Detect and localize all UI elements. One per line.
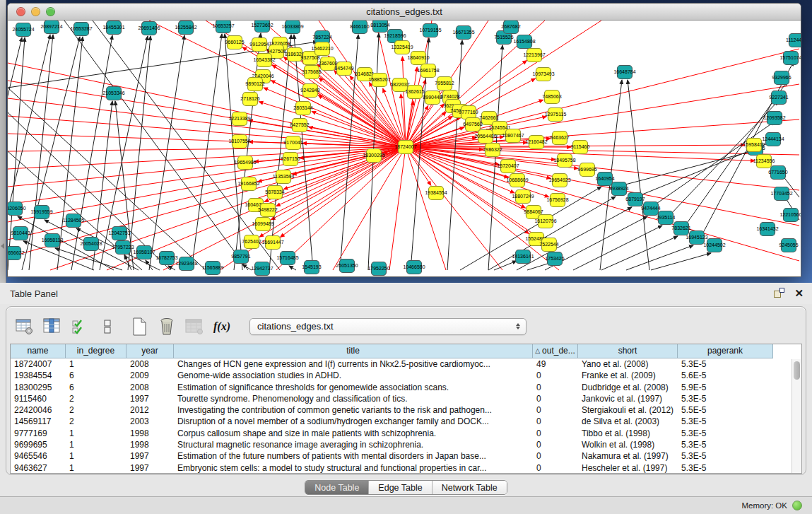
close-window-button[interactable] [16, 7, 25, 16]
node-label: 10688609 [506, 177, 528, 182]
table-cell: 5.3E-5 [678, 416, 773, 427]
table-row[interactable]: 1456911722003Disruption of a novel membe… [11, 416, 801, 427]
citation-edge[interactable] [8, 147, 406, 257]
delete-table-icon[interactable] [157, 317, 177, 336]
table-cell: de Silva et al. (2003) [578, 416, 678, 427]
modify-table-icon[interactable] [15, 317, 35, 336]
citation-edge[interactable] [389, 147, 406, 270]
table-cell: 0 [533, 439, 578, 450]
table-row[interactable]: 946554611997Estimation of the future num… [11, 450, 801, 462]
scrollbar-thumb[interactable] [794, 361, 800, 380]
table-row[interactable]: 1830029562008Estimation of significance … [11, 382, 801, 393]
column-header-year[interactable]: year [126, 344, 174, 358]
table-cell: 9465546 [11, 450, 66, 462]
table-cell: 0 [533, 393, 578, 404]
node-label: 16255842 [175, 25, 196, 30]
node-label: 15958412 [743, 142, 765, 147]
citation-edge[interactable] [651, 253, 711, 270]
column-header-short[interactable]: short [578, 344, 678, 358]
memory-status-indicator[interactable] [792, 501, 802, 510]
function-builder-icon[interactable]: f(x) [212, 317, 232, 336]
citation-edge[interactable] [402, 57, 406, 147]
node-label: 16648784 [613, 69, 635, 74]
column-header-pagerank[interactable]: pagerank [678, 344, 773, 358]
panel-collapse-arrow-icon[interactable] [1, 243, 4, 249]
node-label: 9227341 [769, 95, 788, 100]
node-label: 16099489 [252, 221, 273, 226]
table-cell: 1997 [126, 450, 174, 462]
node-label: 12923448 [175, 261, 197, 266]
table-cell: Nakamura et al. (1997) [578, 450, 678, 462]
network-canvas[interactable]: 2405572420897214105532871845530120691406… [8, 21, 801, 276]
deselect-all-icon[interactable] [98, 317, 117, 336]
citation-edge[interactable] [406, 49, 799, 147]
table-panel-body: f(x) citations_edges.txt namein_degreeye… [6, 306, 806, 475]
node-label: 18724007 [394, 144, 416, 149]
node-label: 18807249 [512, 194, 534, 199]
table-row[interactable]: 1938455462009Genome-wide association stu… [11, 370, 801, 381]
node-label: 9777169 [459, 110, 478, 115]
node-label: 20564486 [474, 134, 496, 139]
node-label: 18107554 [228, 139, 250, 144]
node-label: 12042753 [108, 230, 130, 235]
citation-edge[interactable] [149, 35, 184, 270]
minimize-window-button[interactable] [31, 7, 40, 16]
citation-edge[interactable] [249, 120, 406, 147]
node-label: 7485063 [542, 94, 561, 99]
table-cell: Changes of HCN gene expression and I(f) … [174, 358, 533, 370]
node-label: 7515526 [494, 35, 513, 40]
table-select-dropdown[interactable]: citations_edges.txt [249, 318, 526, 335]
citation-edge[interactable] [192, 34, 222, 270]
node-label: 7625402 [242, 239, 261, 244]
citation-edge[interactable] [406, 147, 799, 226]
zoom-window-button[interactable] [46, 7, 55, 16]
table-row[interactable]: 977716911998Corpus callosum shape and si… [11, 428, 801, 439]
new-table-icon[interactable] [129, 317, 149, 336]
table-row[interactable]: 1872400712008Changes of HCN gene express… [11, 358, 801, 370]
node-label: 10553287 [70, 26, 92, 31]
node-label: 12210560 [779, 212, 801, 217]
citation-edge[interactable] [494, 261, 517, 270]
window-title: citations_edges.txt [8, 4, 801, 20]
table-cell: 5.3E-5 [678, 358, 773, 370]
tab-network-table[interactable]: Network Table [432, 481, 507, 494]
close-panel-icon[interactable]: ✕ [794, 288, 804, 298]
node-label: 14136141 [512, 254, 534, 259]
table-row[interactable]: 911546021997Tourette syndrome. Phenomeno… [11, 393, 801, 404]
citation-edge[interactable] [128, 36, 151, 270]
node-label: 12213967 [523, 52, 545, 57]
tab-edge-table[interactable]: Edge Table [368, 481, 431, 494]
table-cell: 1 [66, 462, 126, 474]
citation-edge[interactable] [55, 248, 122, 270]
node-label: 15751074 [779, 55, 801, 60]
column-header-name[interactable]: name [11, 344, 66, 358]
citation-edge[interactable] [406, 67, 417, 147]
float-panel-icon[interactable] [774, 288, 784, 298]
citation-network-graph[interactable]: 2405572420897214105532871845530120691406… [8, 21, 801, 276]
citation-edge[interactable] [64, 21, 248, 270]
table-cell: 2 [66, 416, 126, 427]
node-table: namein_degreeyeartitle△out_de...shortpag… [10, 344, 802, 474]
table-cell: Yano et al. (2008) [578, 358, 678, 370]
table-cell: 5.5E-5 [678, 404, 773, 416]
node-label: 2935114 [657, 215, 676, 220]
table-header-row: namein_degreeyeartitle△out_de...shortpag… [11, 344, 801, 358]
table-row[interactable]: 2242004622012Investigating the contribut… [11, 404, 801, 416]
citation-edge[interactable] [289, 266, 296, 270]
table-panel-header: Table Panel ✕ [0, 283, 812, 304]
column-header-in_degree[interactable]: in_degree [66, 344, 126, 358]
window-titlebar[interactable]: citations_edges.txt [8, 4, 801, 21]
left-panel-edge [0, 0, 6, 283]
select-column-icon[interactable] [42, 317, 62, 336]
tab-node-table[interactable]: Node Table [305, 481, 368, 494]
table-row[interactable]: 969969511998Structural magnetic resonanc… [11, 439, 801, 450]
table-vertical-scrollbar[interactable] [792, 359, 801, 473]
node-label: 9115460 [571, 144, 590, 149]
citation-edge[interactable] [8, 88, 206, 270]
citation-edge[interactable] [626, 245, 693, 270]
column-header-title[interactable]: title [174, 344, 533, 358]
table-row[interactable]: 946362711997Embryonic stem cells: a mode… [11, 462, 801, 474]
select-all-icon[interactable] [70, 317, 90, 336]
column-header-out_de[interactable]: △out_de... [533, 344, 578, 358]
table-cell: Tourette syndrome. Phenomenology and cla… [174, 393, 533, 404]
